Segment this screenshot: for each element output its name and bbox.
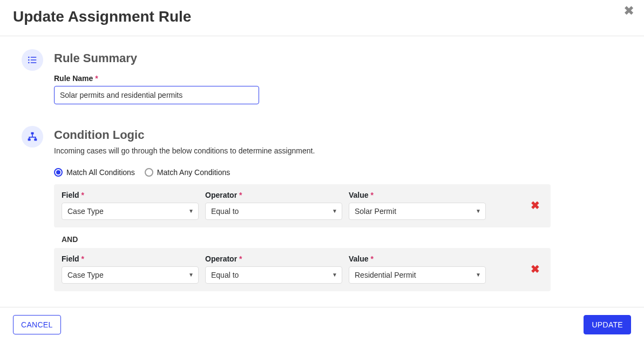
condition-operator-value: Equal to [211,271,239,279]
condition-value-value: Solar Permit [355,207,396,216]
chevron-down-icon: ▼ [188,272,194,278]
chevron-down-icon: ▼ [188,208,194,214]
condition-logic-heading: Condition Logic [54,128,551,142]
condition-operator-select[interactable]: Equal to ▼ [205,203,342,220]
radio-match-any[interactable]: Match Any Conditions [145,168,230,177]
chevron-down-icon: ▼ [476,272,481,278]
condition-value-select[interactable]: Solar Permit ▼ [349,203,486,220]
col-operator-label: Operator * [205,254,342,263]
condition-field-value: Case Type [67,271,104,279]
rule-summary-heading: Rule Summary [54,51,551,65]
cancel-button[interactable]: CANCEL [13,315,61,334]
match-mode-radio-group: Match All Conditions Match Any Condition… [54,168,551,177]
condition-joiner: AND [62,235,551,244]
close-icon[interactable]: ✖ [623,4,634,17]
condition-value-value: Residential Permit [355,271,416,279]
svg-point-0 [28,56,30,58]
radio-icon [145,168,153,177]
list-icon [22,49,43,71]
radio-match-any-label: Match Any Conditions [157,168,230,177]
condition-logic-help: Incoming cases will go through the below… [54,146,551,155]
svg-point-2 [28,59,30,61]
col-field-label: Field * [62,254,199,263]
chevron-down-icon: ▼ [332,272,337,278]
delete-condition-icon[interactable]: ✖ [531,264,540,274]
svg-rect-8 [34,138,37,140]
modal-title: Update Assignment Rule [13,8,191,26]
condition-row: Field * Case Type ▼ Operator * Equal to [54,248,551,291]
condition-operator-select[interactable]: Equal to ▼ [205,266,342,284]
col-value-label: Value * [349,254,486,263]
rule-name-label: Rule Name * [54,74,98,83]
svg-rect-7 [28,138,31,140]
svg-rect-6 [31,132,34,134]
col-field-label: Field * [62,191,199,199]
condition-field-select[interactable]: Case Type ▼ [62,203,199,220]
modal-header: Update Assignment Rule ✖ [0,0,644,36]
update-button[interactable]: UPDATE [584,315,631,334]
condition-field-select[interactable]: Case Type ▼ [62,266,199,284]
required-marker: * [95,74,98,83]
radio-match-all[interactable]: Match All Conditions [54,168,135,177]
condition-row: Field * Case Type ▼ Operator * Equal to [54,184,551,227]
col-operator-label: Operator * [205,191,342,199]
col-value-label: Value * [349,191,486,199]
radio-match-all-label: Match All Conditions [66,168,135,177]
chevron-down-icon: ▼ [332,208,337,214]
rule-name-input[interactable] [54,86,259,104]
svg-point-4 [28,62,30,63]
section-rule-summary: Rule Summary Rule Name * [22,49,551,104]
radio-icon [54,168,63,177]
chevron-down-icon: ▼ [476,208,481,214]
modal-body[interactable]: Rule Summary Rule Name * [0,36,644,307]
condition-operator-value: Equal to [211,207,239,216]
condition-value-select[interactable]: Residential Permit ▼ [349,266,486,284]
section-condition-logic: Condition Logic Incoming cases will go t… [22,126,551,291]
modal-footer: CANCEL UPDATE [0,307,644,342]
delete-condition-icon[interactable]: ✖ [531,200,540,211]
sitemap-icon [22,126,43,147]
modal-update-assignment-rule: Update Assignment Rule ✖ Rule Summary [0,0,644,342]
condition-field-value: Case Type [67,207,104,216]
